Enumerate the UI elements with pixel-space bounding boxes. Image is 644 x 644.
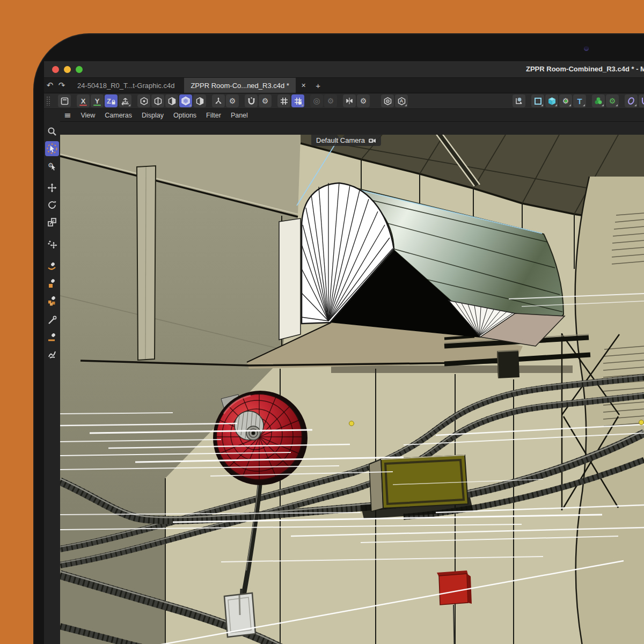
generator-icon[interactable]: ⚙ xyxy=(559,94,572,107)
viewport-menu-icon[interactable]: ≡ xyxy=(60,110,76,120)
spline-sketch-tool-icon[interactable] xyxy=(45,276,59,291)
menu-view[interactable]: View xyxy=(76,112,100,119)
screen: ZPPR Room-Combined_R3.c4d * - Main ↶ ↷ 2… xyxy=(44,61,644,644)
line-cut-tool-icon[interactable] xyxy=(45,330,59,345)
spline-circle-icon[interactable] xyxy=(625,94,638,107)
quantize-lock-icon[interactable] xyxy=(291,94,304,107)
redo-icon[interactable]: ↷ xyxy=(56,78,68,93)
window-title: ZPPR Room-Combined_R3.c4d * - Main xyxy=(526,65,644,73)
desktop: { "window": { "title": "ZPPR Room-Combin… xyxy=(0,0,644,644)
undo-icon[interactable]: ↶ xyxy=(44,78,56,93)
viewport-filter-icon[interactable] xyxy=(381,94,394,107)
spline-smooth-tool-icon[interactable] xyxy=(45,347,59,362)
menu-filter[interactable]: Filter xyxy=(201,112,226,119)
new-tab-icon[interactable]: + xyxy=(311,78,325,93)
wall-post xyxy=(137,166,156,360)
symmetry-settings-icon[interactable]: ⚙ xyxy=(357,94,370,107)
menu-panel[interactable]: Panel xyxy=(226,112,253,119)
traffic-lights xyxy=(52,66,83,73)
menu-display[interactable]: Display xyxy=(137,112,169,119)
spline-arc-icon[interactable] xyxy=(639,94,644,107)
deformer-icon[interactable]: ⚙ xyxy=(606,94,619,107)
laptop-body: ZPPR Room-Combined_R3.c4d * - Main ↶ ↷ 2… xyxy=(33,33,644,644)
snap-icon[interactable] xyxy=(245,94,258,107)
poly-pen-tool-icon[interactable] xyxy=(45,293,59,308)
history-panel-icon[interactable] xyxy=(58,94,71,107)
window-titlebar: ZPPR Room-Combined_R3.c4d * - Main xyxy=(44,61,644,78)
axis-y-lock-button[interactable]: Y xyxy=(91,94,104,107)
main-toolbar: X Y Z xyxy=(44,93,644,109)
tab-document-2[interactable]: ZPPR Room-Co...ned_R3.c4d * xyxy=(184,78,296,93)
wall-shadow-band xyxy=(331,365,573,373)
wall-light-strip xyxy=(279,218,301,340)
minimize-window-button[interactable] xyxy=(64,66,71,73)
viewport-menubar: ≡ View Cameras Display Options Filter Pa… xyxy=(60,109,644,122)
edges-mode-icon[interactable] xyxy=(151,94,164,107)
texture-mode-icon[interactable] xyxy=(193,94,206,107)
ik-handle-icon[interactable] xyxy=(45,237,59,252)
tweak-selection-icon[interactable]: ⚙ xyxy=(45,158,59,173)
document-tabbar: ↶ ↷ 24-50418_R0_T...t-Graphic.c4d ZPPR R… xyxy=(44,78,644,93)
live-selection-icon[interactable] xyxy=(45,141,59,156)
axis-tool-settings-icon[interactable]: ⚙ xyxy=(226,94,239,107)
cube-primitive-icon[interactable] xyxy=(545,94,558,107)
axis-z-lock-button[interactable]: Z xyxy=(105,94,118,107)
spline-pen-tool-icon[interactable] xyxy=(45,259,59,274)
spline-pen-icon[interactable] xyxy=(513,94,525,107)
menu-cameras[interactable]: Cameras xyxy=(100,112,137,119)
search-icon[interactable] xyxy=(45,124,59,139)
workplane-icon[interactable] xyxy=(119,94,131,107)
main-area: ⚙ xyxy=(44,122,644,644)
toolbar-grip[interactable] xyxy=(46,96,50,106)
electrical-junction-box xyxy=(361,455,473,519)
bell-striker xyxy=(235,411,264,440)
falloff-icon[interactable]: ◎ xyxy=(310,94,323,107)
text-object-icon[interactable]: T xyxy=(573,94,586,107)
scene-render xyxy=(60,135,644,644)
polygons-mode-icon[interactable] xyxy=(165,94,178,107)
camera-icon xyxy=(368,137,376,144)
close-tab-icon[interactable]: ✕ xyxy=(296,78,311,93)
move-tool-icon[interactable] xyxy=(45,180,59,195)
symmetry-icon[interactable] xyxy=(343,94,356,107)
volume-builder-icon[interactable] xyxy=(592,94,605,107)
webcam xyxy=(584,46,589,51)
tool-rail: ⚙ xyxy=(44,122,60,644)
auto-mode-icon[interactable]: A xyxy=(395,94,408,107)
menu-options[interactable]: Options xyxy=(169,112,201,119)
viewport-3d[interactable]: Default Camera xyxy=(60,135,644,644)
zoom-window-button[interactable] xyxy=(76,66,83,73)
grid-quantize-icon[interactable] xyxy=(277,94,290,107)
scale-tool-icon[interactable] xyxy=(45,215,59,230)
close-window-button[interactable] xyxy=(52,66,59,73)
snap-settings-icon[interactable]: ⚙ xyxy=(259,94,272,107)
tab-document-1[interactable]: 24-50418_R0_T...t-Graphic.c4d xyxy=(68,78,184,93)
points-mode-icon[interactable] xyxy=(137,94,150,107)
camera-label[interactable]: Default Camera xyxy=(311,135,381,146)
falloff-settings-icon[interactable]: ⚙ xyxy=(324,94,337,107)
knife-tool-icon[interactable] xyxy=(45,313,59,328)
dark-wall-box xyxy=(497,350,519,378)
rotate-tool-icon[interactable] xyxy=(45,197,59,213)
axis-tool-icon[interactable] xyxy=(212,94,225,107)
axis-x-lock-button[interactable]: X xyxy=(77,94,90,107)
model-mode-icon[interactable] xyxy=(179,94,192,107)
spline-rectangle-icon[interactable] xyxy=(531,94,544,107)
